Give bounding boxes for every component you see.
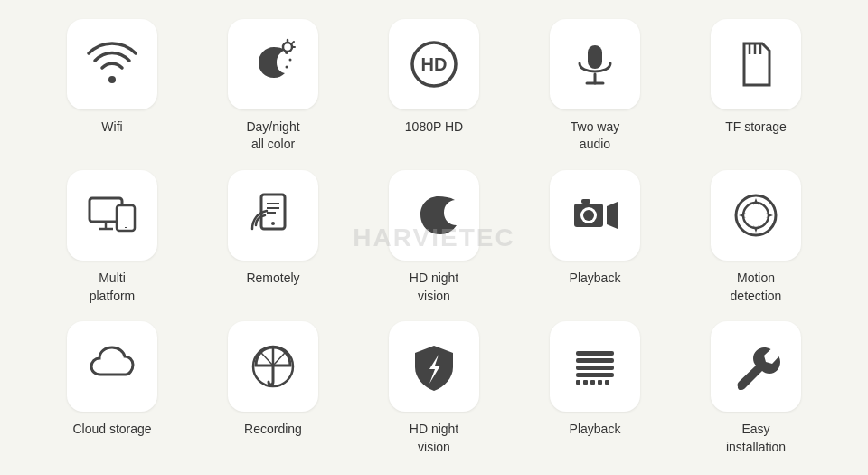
svg-point-3 — [283, 43, 292, 52]
svg-line-5 — [292, 42, 294, 43]
feature-playback: Playback — [519, 170, 671, 305]
feature-audio: Two wayaudio — [519, 19, 671, 154]
svg-rect-44 — [576, 358, 614, 363]
svg-point-24 — [271, 222, 275, 225]
svg-point-31 — [743, 203, 769, 228]
playback2-icon — [569, 340, 621, 393]
feature-label-remotely: Remotely — [246, 270, 299, 288]
feature-label-cloud: Cloud storage — [72, 421, 151, 439]
icon-box-multi — [67, 170, 157, 261]
feature-hd: HD 1080P HD — [358, 19, 510, 154]
page-wrapper: HARVIETEC Wifi — [0, 0, 868, 475]
svg-rect-18 — [117, 205, 135, 231]
svg-rect-48 — [583, 380, 588, 385]
svg-marker-29 — [607, 202, 618, 229]
feature-multi: Multiplatform — [36, 170, 188, 305]
feature-label-audio: Two wayaudio — [571, 119, 619, 154]
svg-rect-45 — [576, 366, 614, 370]
svg-point-1 — [289, 58, 292, 61]
feature-wifi: Wifi — [36, 19, 188, 154]
svg-rect-51 — [605, 380, 609, 385]
feature-hd-night: HD nightvision — [358, 170, 510, 305]
svg-rect-28 — [581, 199, 590, 204]
icon-box-audio — [550, 19, 640, 109]
svg-point-2 — [286, 65, 288, 68]
hd-icon: HD — [408, 38, 460, 90]
wifi-icon — [86, 38, 138, 90]
feature-label-motion: Motiondetection — [731, 270, 782, 305]
cloud-icon — [86, 340, 138, 393]
icon-box-playback — [550, 170, 640, 261]
feature-label-hd-night: HD nightvision — [410, 270, 458, 305]
feature-label-easy: Easyinstallation — [726, 421, 786, 456]
tf-icon — [730, 38, 782, 90]
svg-rect-50 — [598, 380, 602, 385]
icon-box-cloud — [67, 321, 157, 412]
svg-rect-47 — [576, 380, 580, 385]
remotely-icon — [247, 189, 299, 242]
svg-rect-46 — [576, 373, 614, 377]
playback-icon — [569, 189, 621, 242]
svg-rect-43 — [576, 351, 614, 356]
feature-hd-night2: HD nightvision — [358, 321, 510, 456]
feature-remotely: Remotely — [197, 170, 349, 305]
feature-playback2: Playback — [519, 321, 671, 456]
feature-easy: Easyinstallation — [680, 321, 832, 456]
audio-icon — [569, 38, 621, 90]
feature-grid: Wifi Day/nightall color — [0, 1, 868, 475]
feature-tf: TF storage — [680, 19, 832, 154]
icon-box-recording — [228, 321, 318, 412]
motion-icon — [730, 189, 782, 242]
recording-icon — [247, 340, 299, 393]
svg-point-27 — [583, 210, 594, 221]
day-night-icon — [247, 38, 299, 90]
svg-text:HD: HD — [421, 54, 448, 74]
icon-box-wifi — [67, 19, 157, 109]
feature-label-recording: Recording — [244, 421, 302, 439]
icon-box-tf — [711, 19, 801, 109]
icon-box-easy — [711, 321, 801, 412]
icon-box-day-night — [228, 19, 318, 109]
easy-icon — [730, 340, 782, 393]
feature-motion: Motiondetection — [680, 170, 832, 305]
icon-box-motion — [711, 170, 801, 261]
feature-label-playback2: Playback — [570, 421, 621, 439]
feature-recording: Recording — [197, 321, 349, 456]
feature-label-wifi: Wifi — [101, 119, 122, 137]
feature-label-hd: 1080P HD — [405, 119, 463, 137]
icon-box-hd-night — [389, 170, 479, 261]
icon-box-remotely — [228, 170, 318, 261]
svg-line-40 — [273, 353, 285, 366]
hd-night-icon — [408, 189, 460, 242]
svg-line-39 — [261, 353, 273, 366]
icon-box-hd: HD — [389, 19, 479, 109]
feature-label-multi: Multiplatform — [90, 270, 136, 305]
icon-box-playback2 — [550, 321, 640, 412]
svg-rect-9 — [588, 45, 602, 69]
shield-bolt-icon — [408, 340, 460, 393]
feature-label-hd-night2: HD nightvision — [410, 421, 458, 456]
feature-day-night: Day/nightall color — [197, 19, 349, 154]
feature-label-day-night: Day/nightall color — [246, 119, 299, 154]
feature-label-playback: Playback — [570, 270, 621, 288]
feature-label-tf: TF storage — [725, 119, 787, 137]
feature-cloud: Cloud storage — [36, 321, 188, 456]
multi-icon — [86, 189, 138, 242]
icon-box-hd-night2 — [389, 321, 479, 412]
svg-rect-49 — [590, 380, 595, 385]
